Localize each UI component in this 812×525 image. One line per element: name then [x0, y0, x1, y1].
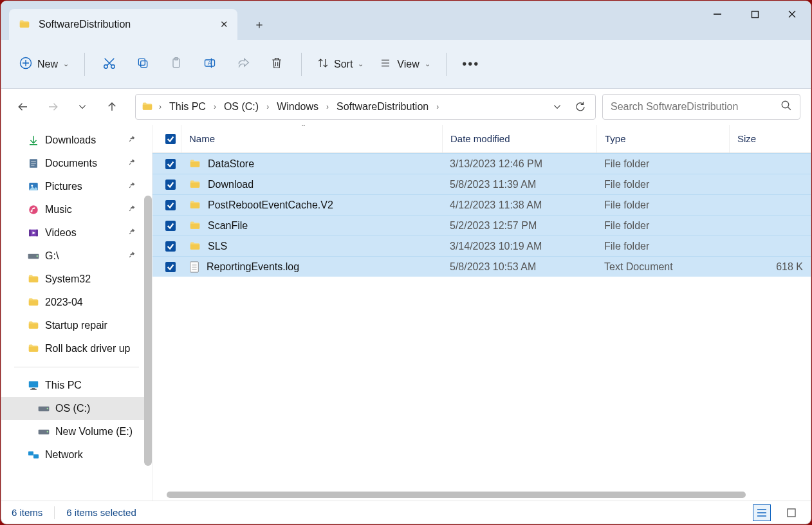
- file-type: File folder: [596, 199, 729, 211]
- folder-icon: [189, 221, 201, 231]
- sort-label: Sort: [334, 59, 353, 70]
- file-row[interactable]: Download 5/8/2023 11:39 AM File folder: [152, 174, 811, 194]
- address-bar[interactable]: › This PC › OS (C:) › Windows › Software…: [135, 94, 596, 120]
- sidebar-item[interactable]: This PC: [1, 374, 152, 397]
- sidebar-item[interactable]: Documents: [1, 152, 152, 175]
- row-checkbox[interactable]: [160, 241, 181, 252]
- copy-button[interactable]: [127, 51, 158, 77]
- row-checkbox[interactable]: [160, 262, 181, 272]
- file-type: Text Document: [596, 261, 729, 273]
- file-date: 3/14/2023 10:19 AM: [442, 241, 596, 252]
- file-type: File folder: [596, 241, 729, 252]
- sidebar-item-label: Music: [45, 204, 72, 216]
- chevron-right-icon[interactable]: ›: [325, 102, 330, 111]
- cut-button[interactable]: [94, 51, 125, 77]
- toolbar: New ⌄ A Sort ⌄ View ⌄ •••: [1, 40, 811, 89]
- sidebar-item[interactable]: Music: [1, 198, 152, 221]
- folder-icon: [27, 296, 40, 309]
- row-checkbox[interactable]: [160, 180, 181, 190]
- window-tab[interactable]: SoftwareDistribution ✕: [9, 9, 237, 40]
- drive-icon: [37, 425, 50, 438]
- chevron-right-icon[interactable]: ›: [158, 102, 163, 111]
- sidebar-item[interactable]: G:\: [1, 244, 152, 268]
- sidebar-item[interactable]: Startup repair: [1, 314, 152, 337]
- download-icon: [27, 134, 40, 147]
- column-header-name[interactable]: Name: [181, 125, 442, 152]
- column-header-date[interactable]: Date modified: [442, 125, 596, 152]
- horizontal-scrollbar[interactable]: [152, 489, 811, 501]
- sidebar-item[interactable]: New Volume (E:): [1, 420, 152, 443]
- sort-button[interactable]: Sort ⌄: [311, 51, 370, 77]
- share-icon: [237, 57, 250, 72]
- new-tab-button[interactable]: ＋: [246, 12, 272, 37]
- chevron-right-icon[interactable]: ›: [212, 102, 217, 111]
- chevron-right-icon[interactable]: ›: [435, 102, 440, 111]
- sidebar-scrollbar[interactable]: [144, 196, 152, 466]
- chevron-down-icon: ⌄: [63, 60, 69, 68]
- view-button[interactable]: View ⌄: [373, 51, 436, 77]
- chevron-right-icon[interactable]: ›: [265, 102, 270, 111]
- sidebar-item-label: Pictures: [45, 181, 82, 192]
- file-row[interactable]: ScanFile 5/2/2023 12:57 PM File folder: [152, 215, 811, 235]
- row-checkbox[interactable]: [160, 200, 181, 210]
- rename-button[interactable]: A: [194, 51, 225, 77]
- search-box[interactable]: [602, 94, 800, 120]
- select-all-checkbox[interactable]: [160, 134, 181, 144]
- paste-button[interactable]: [161, 51, 192, 77]
- sidebar-item[interactable]: Network: [1, 443, 152, 466]
- up-button[interactable]: [100, 95, 124, 118]
- more-button[interactable]: •••: [456, 51, 486, 77]
- sidebar-item-label: Startup repair: [45, 320, 107, 331]
- item-count: 6 items: [12, 507, 42, 518]
- sidebar-item[interactable]: 2023-04: [1, 291, 152, 314]
- row-checkbox[interactable]: [160, 221, 181, 231]
- breadcrumb-softwaredistribution[interactable]: SoftwareDistribution: [334, 100, 431, 114]
- row-checkbox[interactable]: [160, 159, 181, 169]
- sidebar-item[interactable]: System32: [1, 268, 152, 291]
- svg-point-44: [31, 185, 33, 187]
- file-row[interactable]: DataStore 3/13/2023 12:46 PM File folder: [152, 153, 811, 174]
- sidebar-item[interactable]: Downloads: [1, 129, 152, 152]
- plus-circle-icon: [19, 57, 32, 72]
- sidebar-item[interactable]: Videos: [1, 221, 152, 244]
- sidebar-item[interactable]: OS (C:): [1, 397, 152, 420]
- refresh-button[interactable]: [571, 101, 590, 113]
- column-header-type[interactable]: Type: [596, 125, 729, 152]
- music-icon: [27, 203, 40, 216]
- sidebar-item-label: Videos: [45, 227, 77, 239]
- svg-rect-58: [30, 389, 37, 390]
- file-row[interactable]: PostRebootEventCache.V2 4/12/2023 11:38 …: [152, 194, 811, 215]
- svg-line-55: [129, 256, 131, 257]
- body: DownloadsDocumentsPicturesMusicVideosG:\…: [1, 125, 811, 501]
- recent-locations-button[interactable]: [71, 95, 94, 118]
- file-row[interactable]: SLS 3/14/2023 10:19 AM File folder: [152, 235, 811, 256]
- ellipsis-icon: •••: [462, 57, 479, 71]
- address-dropdown-button[interactable]: [548, 102, 567, 111]
- file-row[interactable]: ReportingEvents.log 5/8/2023 10:53 AM Te…: [152, 256, 811, 277]
- back-button[interactable]: [12, 95, 35, 118]
- sidebar-item[interactable]: Pictures: [1, 175, 152, 198]
- close-tab-icon[interactable]: ✕: [220, 19, 228, 30]
- forward-button[interactable]: [41, 95, 64, 118]
- folder-icon: [189, 159, 201, 169]
- sidebar-item-label: This PC: [45, 380, 82, 391]
- breadcrumb-os-c[interactable]: OS (C:): [221, 100, 261, 114]
- details-view-button[interactable]: [753, 504, 771, 521]
- column-header-size[interactable]: Size: [729, 125, 811, 152]
- maximize-button[interactable]: [736, 1, 773, 27]
- trash-icon: [270, 56, 283, 73]
- breadcrumb-windows[interactable]: Windows: [274, 100, 321, 114]
- search-icon[interactable]: [780, 100, 792, 114]
- sidebar-item[interactable]: Roll back driver up: [1, 337, 152, 360]
- search-input[interactable]: [611, 101, 780, 113]
- breadcrumb-this-pc[interactable]: This PC: [167, 100, 208, 114]
- share-button[interactable]: [228, 51, 259, 77]
- new-button[interactable]: New ⌄: [13, 51, 75, 77]
- svg-point-62: [47, 431, 49, 433]
- delete-button[interactable]: [261, 51, 292, 77]
- file-icon: [189, 261, 200, 273]
- thumbnails-view-button[interactable]: [782, 504, 800, 521]
- folder-icon: [189, 180, 201, 190]
- close-window-button[interactable]: [773, 1, 811, 27]
- minimize-button[interactable]: [699, 1, 736, 27]
